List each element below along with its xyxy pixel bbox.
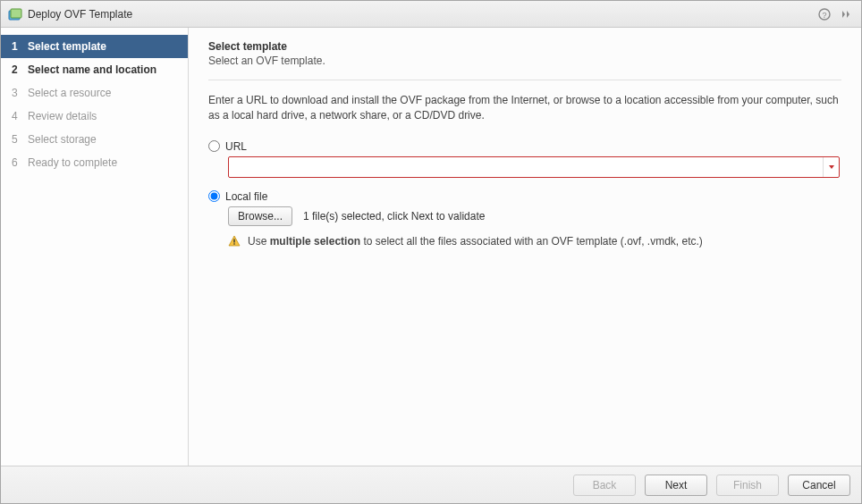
finish-button: Finish [716, 475, 779, 496]
local-file-wrap: Browse... 1 file(s) selected, click Next… [208, 206, 841, 248]
local-option-row: Local file [208, 190, 841, 203]
hint-row: Use multiple selection to select all the… [228, 235, 841, 248]
svg-rect-4 [233, 239, 234, 242]
step-select-name-location[interactable]: 2 Select name and location [1, 58, 188, 81]
hint-prefix: Use [248, 235, 270, 248]
step-num: 2 [12, 63, 22, 76]
content-heading: Select template [208, 40, 841, 53]
content-instruction: Enter a URL to download and install the … [208, 93, 841, 124]
local-file-label: Local file [225, 190, 267, 203]
titlebar: Deploy OVF Template ? [1, 1, 861, 28]
divider [208, 80, 841, 80]
local-file-radio[interactable] [208, 190, 220, 202]
dialog-body: 1 Select template 2 Select name and loca… [1, 28, 861, 466]
wizard-sidebar: 1 Select template 2 Select name and loca… [1, 28, 189, 466]
dialog-window: Deploy OVF Template ? 1 Select template … [0, 0, 862, 504]
hint-suffix: to select all the files associated with … [360, 235, 703, 248]
step-num: 4 [12, 110, 22, 122]
url-label: URL [225, 140, 247, 153]
svg-rect-5 [233, 243, 234, 244]
url-option-row: URL [208, 140, 841, 153]
help-icon[interactable]: ? [816, 6, 832, 22]
step-num: 3 [12, 87, 22, 99]
hint-strong: multiple selection [270, 235, 360, 248]
step-select-storage: 5 Select storage [1, 128, 188, 151]
dialog-title: Deploy OVF Template [28, 8, 811, 21]
content-subtitle: Select an OVF template. [208, 55, 841, 67]
url-dropdown-button[interactable] [823, 157, 839, 177]
svg-text:?: ? [822, 10, 826, 19]
step-label: Select name and location [28, 63, 156, 76]
step-review-details: 4 Review details [1, 105, 188, 128]
step-label: Select storage [28, 133, 97, 146]
next-button[interactable]: Next [645, 475, 707, 496]
step-select-template[interactable]: 1 Select template [1, 35, 188, 58]
svg-rect-1 [11, 9, 21, 18]
warning-icon [228, 235, 241, 248]
step-num: 5 [12, 133, 22, 146]
url-radio[interactable] [208, 140, 220, 152]
step-select-resource: 3 Select a resource [1, 81, 188, 105]
url-combobox[interactable] [228, 156, 840, 178]
step-label: Ready to complete [28, 156, 117, 169]
url-input-wrap [208, 156, 841, 178]
step-num: 1 [12, 40, 22, 53]
step-label: Review details [28, 110, 97, 122]
expand-icon[interactable] [838, 6, 854, 22]
dialog-footer: Back Next Finish Cancel [1, 466, 861, 503]
browse-row: Browse... 1 file(s) selected, click Next… [228, 206, 841, 226]
step-num: 6 [12, 156, 22, 169]
back-button: Back [573, 475, 636, 496]
cancel-button[interactable]: Cancel [788, 475, 850, 496]
browse-button[interactable]: Browse... [228, 206, 292, 226]
step-ready-complete: 6 Ready to complete [1, 151, 188, 174]
url-input[interactable] [229, 157, 823, 177]
step-label: Select template [28, 40, 106, 53]
wizard-content: Select template Select an OVF template. … [189, 28, 861, 466]
ovf-icon [8, 7, 22, 21]
hint-text: Use multiple selection to select all the… [248, 235, 703, 248]
step-label: Select a resource [28, 87, 111, 99]
chevron-down-icon [829, 165, 834, 169]
file-selected-status: 1 file(s) selected, click Next to valida… [303, 210, 485, 223]
